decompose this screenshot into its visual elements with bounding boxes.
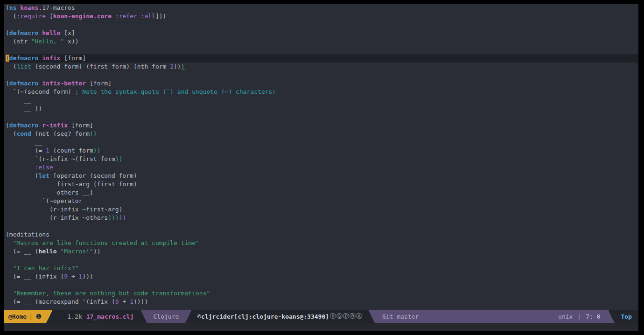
code-area[interactable]: (ns koans.17-macros (:require [koan-engi… [4, 4, 638, 306]
echo-area[interactable] [4, 323, 638, 331]
code-line-27[interactable] [6, 222, 638, 230]
code-line-19[interactable]: `(r-infix ~(first form)) [6, 155, 638, 163]
code-line-18[interactable]: (= 1 (count form)) [6, 147, 638, 155]
code-line-36[interactable]: (= __ (macroexpand '(infix (9 + 1)))) [6, 298, 638, 306]
code-line-6[interactable] [6, 46, 638, 54]
vc-segment[interactable]: Git-master unix | 7: 0 [375, 310, 608, 323]
code-token: ( [6, 172, 38, 179]
code-token: + [68, 273, 78, 280]
code-line-29[interactable]: "Macros are like functions created at co… [6, 239, 638, 247]
code-line-17[interactable]: __ [6, 138, 638, 147]
code-token: cond [16, 130, 31, 137]
code-token: ( [6, 80, 9, 87]
cursor-position-label: 7: 0 [586, 313, 600, 320]
code-line-10[interactable]: (defmacro infix-better [form] [6, 79, 638, 88]
code-token: list [16, 63, 31, 70]
code-line-16[interactable]: (cond (not (seq? form)) [6, 130, 638, 138]
code-line-32[interactable]: "I can haz infix?" [6, 264, 638, 272]
powerline-separator-icon [185, 310, 192, 323]
code-token: defmacro [9, 80, 39, 87]
code-line-20[interactable]: :else [6, 163, 638, 172]
code-token: defmacro [9, 55, 39, 62]
code-line-5[interactable]: (str "Hello, " x)) [6, 37, 638, 46]
code-line-7[interactable]: (defmacro infix [form] [4, 54, 638, 63]
modeline: @Home | ❶ - 1.2k 17_macros.clj Clojure ©… [4, 310, 638, 323]
code-line-24[interactable]: `(~operator [6, 197, 638, 205]
code-line-35[interactable]: "Remember, these are nothing but code tr… [6, 289, 638, 298]
code-token: :require [16, 13, 46, 20]
code-token: __ )) [6, 105, 42, 112]
minor-modes-label: ©cljrcider[clj:clojure-koans@:33490] [197, 313, 329, 320]
code-token: koans [20, 4, 38, 11]
workspace-segment[interactable]: @Home | ❶ [4, 310, 46, 323]
minor-modes-segment[interactable]: ©cljrcider[clj:clojure-koans@:33490] ⓨⓈⓅ… [192, 310, 368, 323]
code-line-28[interactable]: (meditations [6, 230, 638, 239]
code-token: ( [6, 130, 16, 137]
code-line-11[interactable]: `(~(second form) ; Note the syntax-quote… [6, 88, 638, 96]
code-token: ns [9, 4, 17, 11]
major-mode-segment[interactable]: Clojure [147, 310, 186, 323]
code-token [137, 13, 141, 20]
code-token: __ [6, 97, 31, 104]
code-line-33[interactable]: (= __ (infix (9 + 1))) [6, 272, 638, 281]
code-token: 9 [64, 273, 68, 280]
code-token: (r-infix ~first-arg) [6, 206, 122, 213]
code-line-9[interactable] [6, 71, 638, 79]
powerline-separator-icon [608, 310, 615, 323]
code-token [6, 164, 35, 171]
powerline-separator-icon [46, 310, 53, 323]
code-token: 1 [130, 298, 133, 305]
code-token: ( [6, 4, 9, 11]
code-line-30[interactable]: (= __ (hello "Macros!")) [6, 247, 638, 256]
buffer-filename[interactable]: 17_macros.clj [86, 313, 134, 320]
text-cursor: ( [6, 55, 9, 62]
code-token: (= __ ( [6, 248, 38, 255]
code-token: (second form) (first form) (nth form [31, 63, 170, 70]
code-token: [ [46, 13, 53, 20]
buffer-info-segment[interactable]: - 1.2k 17_macros.clj [53, 310, 140, 323]
code-token: [form] [60, 55, 86, 62]
code-token: .17-macros [38, 4, 75, 11]
code-line-12[interactable]: __ [6, 96, 638, 105]
code-line-21[interactable]: (let [operator (second form) [6, 172, 638, 180]
buffer-size: 1.2k [67, 313, 82, 320]
code-token: + [119, 298, 130, 305]
code-line-34[interactable] [6, 281, 638, 289]
scroll-position-label: Top [621, 313, 632, 320]
code-token: x)) [64, 38, 78, 45]
vc-branch-label[interactable]: Git-master [382, 313, 419, 320]
modeline-right-group: unix | 7: 0 [558, 313, 600, 320]
code-token: [form] [68, 122, 93, 129]
emacs-window: (ns koans.17-macros (:require [koan-engi… [4, 4, 638, 331]
workspace-label: @Home [8, 313, 27, 320]
workspace-divider: | [29, 313, 33, 320]
code-line-31[interactable] [6, 256, 638, 264]
code-line-14[interactable] [6, 113, 638, 121]
code-line-4[interactable]: (defmacro hello [x] [6, 29, 638, 37]
code-token: (= __ (macroexpand '(infix ( [6, 298, 115, 305]
code-token: "I can haz infix?" [13, 265, 79, 272]
code-line-26[interactable]: (r-infix ~others))))) [6, 214, 638, 222]
code-line-23[interactable]: others __] [6, 188, 638, 197]
code-line-22[interactable]: first-arg (first form) [6, 180, 638, 188]
code-token: )) [93, 147, 101, 154]
code-token: infix [42, 55, 60, 62]
code-token: :else [35, 164, 53, 171]
code-token [6, 265, 13, 272]
code-line-13[interactable]: __ )) [6, 105, 638, 113]
code-line-3[interactable] [6, 21, 638, 29]
code-line-25[interactable]: (r-infix ~first-arg) [6, 205, 638, 214]
code-line-1[interactable]: (ns koans.17-macros [6, 4, 638, 12]
code-line-15[interactable]: (defmacro r-infix [form] [6, 121, 638, 130]
code-token: defmacro [9, 122, 39, 129]
code-token: (count form [49, 147, 93, 154]
code-token: )))) [133, 298, 148, 305]
code-line-8[interactable]: (list (second form) (first form) (nth fo… [6, 63, 638, 71]
code-token: ( [6, 63, 16, 70]
code-token: ( [6, 122, 9, 129]
code-token: (str [6, 38, 31, 45]
code-token: (= [6, 147, 46, 154]
code-line-2[interactable]: (:require [koan-engine.core :refer :all]… [6, 12, 638, 21]
code-token: let [38, 172, 49, 179]
code-token: ])) [155, 13, 166, 20]
